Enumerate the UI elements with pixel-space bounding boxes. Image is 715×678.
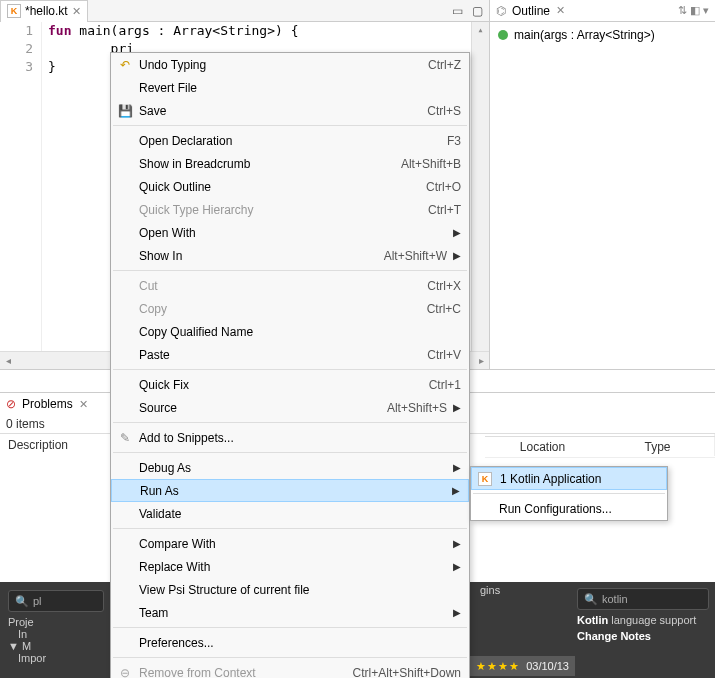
menu-undo-typing[interactable]: ↶ Undo Typing Ctrl+Z [111,53,469,76]
search-input-right[interactable]: 🔍 kotlin [577,588,709,610]
submenu-arrow-icon: ▶ [453,607,461,618]
menu-copy: Copy Ctrl+C [111,297,469,320]
menu-separator [113,528,467,529]
problems-title: Problems [22,397,73,411]
menu-separator [473,493,665,494]
menu-quick-outline[interactable]: Quick Outline Ctrl+O [111,175,469,198]
submenu-arrow-icon: ▶ [453,227,461,238]
row-stars: ★★★★ [476,660,520,673]
menu-quick-type-hierarchy: Quick Type Hierarchy Ctrl+T [111,198,469,221]
editor-tab-hello[interactable]: K *hello.kt ✕ [0,0,88,22]
menu-add-snippets[interactable]: ✎ Add to Snippets... [111,426,469,449]
problems-col-type[interactable]: Type [600,440,715,454]
remove-icon: ⊖ [117,665,133,679]
search-icon: 🔍 [584,593,598,606]
menu-separator [113,657,467,658]
menu-replace-with[interactable]: Replace With ▶ [111,555,469,578]
run-as-submenu: K 1 Kotlin Application Run Configuration… [470,466,668,521]
menu-separator [113,422,467,423]
problems-col-location[interactable]: Location [485,440,600,454]
submenu-arrow-icon: ▶ [452,485,460,496]
submenu-arrow-icon: ▶ [453,561,461,572]
kotlin-file-icon: K [7,4,21,18]
submenu-arrow-icon: ▶ [453,250,461,261]
kotlin-language-support[interactable]: Kotlin language support [577,614,709,626]
menu-compare-with[interactable]: Compare With ▶ [111,532,469,555]
menu-show-breadcrumb[interactable]: Show in Breadcrumb Alt+Shift+B [111,152,469,175]
menu-copy-qualified-name[interactable]: Copy Qualified Name [111,320,469,343]
submenu-arrow-icon: ▶ [453,402,461,413]
submenu-kotlin-application[interactable]: K 1 Kotlin Application [471,467,667,490]
problems-right-columns: Location Type [485,392,715,458]
menu-paste[interactable]: Paste Ctrl+V [111,343,469,366]
method-icon [498,30,508,40]
undo-icon: ↶ [117,57,133,73]
line-gutter: 1 2 3 [0,22,42,351]
menu-separator [113,627,467,628]
menu-debug-as[interactable]: Debug As ▶ [111,456,469,479]
change-notes[interactable]: Change Notes [577,630,709,642]
outline-sort-icon[interactable]: ⇅ [678,4,687,17]
menu-separator [113,369,467,370]
menu-save[interactable]: 💾 Save Ctrl+S [111,99,469,122]
menu-validate[interactable]: Validate [111,502,469,525]
menu-remove-context: ⊖ Remove from Context Ctrl+Alt+Shift+Dow… [111,661,469,678]
search-icon: 🔍 [15,595,29,608]
outline-filter-icon[interactable]: ◧ [690,4,700,17]
editor-tab-bar: K *hello.kt ✕ ▭ ▢ [0,0,489,22]
menu-quick-fix[interactable]: Quick Fix Ctrl+1 [111,373,469,396]
search-input-left[interactable]: 🔍 pl [8,590,104,612]
menu-show-in[interactable]: Show In Alt+Shift+W ▶ [111,244,469,267]
scroll-right-icon[interactable]: ▸ [473,353,489,369]
problems-close-icon[interactable]: ✕ [79,398,88,411]
minimize-icon[interactable]: ▭ [449,3,465,19]
outline-item-label: main(args : Array<String>) [514,28,655,42]
menu-separator [113,452,467,453]
problems-icon: ⊘ [6,397,16,411]
submenu-run-configurations[interactable]: Run Configurations... [471,497,667,520]
outline-item-main[interactable]: main(args : Array<String>) [498,28,707,42]
kotlin-icon: K [478,472,492,486]
outline-close-icon[interactable]: ✕ [556,4,565,17]
menu-revert-file[interactable]: Revert File [111,76,469,99]
maximize-icon[interactable]: ▢ [469,3,485,19]
save-icon: 💾 [117,103,133,119]
snippet-icon: ✎ [117,430,133,446]
search-right-text: kotlin [602,593,628,605]
menu-open-with[interactable]: Open With ▶ [111,221,469,244]
outline-tree-icon: ⌬ [496,4,506,18]
submenu-arrow-icon: ▶ [453,462,461,473]
editor-tab-title: *hello.kt [25,4,68,18]
menu-separator [113,125,467,126]
outline-title: Outline [512,4,550,18]
scroll-left-icon[interactable]: ◂ [0,353,16,369]
vertical-scrollbar[interactable]: ▴ [471,22,489,351]
scroll-up-icon[interactable]: ▴ [472,22,489,38]
menu-cut: Cut Ctrl+X [111,274,469,297]
menu-open-declaration[interactable]: Open Declaration F3 [111,129,469,152]
category-tree[interactable]: Proje In ▼ M Impor [8,616,104,664]
row-date: 03/10/13 [526,660,569,672]
menu-team[interactable]: Team ▶ [111,601,469,624]
dark-header-gins: gins [480,584,500,596]
close-tab-icon[interactable]: ✕ [72,5,81,18]
menu-preferences[interactable]: Preferences... [111,631,469,654]
menu-source[interactable]: Source Alt+Shift+S ▶ [111,396,469,419]
menu-view-psi[interactable]: View Psi Structure of current file [111,578,469,601]
menu-run-as[interactable]: Run As ▶ [111,479,469,502]
outline-menu-icon[interactable]: ▾ [703,4,709,17]
menu-separator [113,270,467,271]
submenu-arrow-icon: ▶ [453,538,461,549]
search-left-text: pl [33,595,42,607]
editor-context-menu: ↶ Undo Typing Ctrl+Z Revert File 💾 Save … [110,52,470,678]
outline-tab-bar: ⌬ Outline ✕ ⇅ ◧ ▾ [490,0,715,22]
